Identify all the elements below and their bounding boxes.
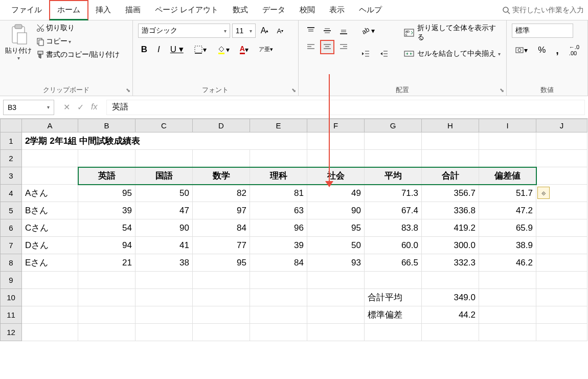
table-header[interactable]: 偏差値 <box>479 167 536 185</box>
tab-formulas[interactable]: 数式 <box>225 1 255 19</box>
font-name-combo[interactable]: 游ゴシック ▾ <box>138 24 230 38</box>
cell[interactable]: 95 <box>307 219 365 237</box>
percent-button[interactable]: % <box>535 43 549 57</box>
cell[interactable]: 81 <box>250 185 307 202</box>
increase-indent-button[interactable] <box>376 47 392 60</box>
cell[interactable]: 60.0 <box>365 237 422 254</box>
row-header[interactable]: 11 <box>1 306 22 324</box>
fx-button[interactable]: fx <box>91 102 97 112</box>
cell[interactable]: 47 <box>135 202 193 219</box>
cell[interactable]: 41 <box>135 237 193 254</box>
table-header[interactable]: 平均 <box>365 167 422 185</box>
cell[interactable]: 419.2 <box>422 219 479 237</box>
cell[interactable]: 21 <box>78 254 135 272</box>
summary-label[interactable]: 合計平均 <box>365 289 422 306</box>
tell-me-search[interactable]: 実行したい作業を入力 <box>502 6 584 15</box>
align-bottom-button[interactable] <box>336 24 351 38</box>
bold-button[interactable]: B <box>138 42 150 57</box>
underline-button[interactable]: U ▾ <box>167 42 187 57</box>
cell[interactable]: 46.2 <box>479 254 536 272</box>
student-name[interactable]: Cさん <box>22 219 78 237</box>
font-color-button[interactable]: A ▾ <box>237 42 252 56</box>
comma-button[interactable]: , <box>553 42 562 58</box>
row-header[interactable]: 6 <box>1 219 22 237</box>
enter-formula-button[interactable]: ✓ <box>77 102 84 112</box>
name-box[interactable]: B3 ▾ <box>3 100 54 115</box>
cell[interactable]: 94 <box>78 237 135 254</box>
title-cell[interactable]: 2学期 2年1組 中間試験成績表 <box>22 132 307 150</box>
cut-button[interactable]: 切り取り <box>36 24 120 33</box>
tab-pagelayout[interactable]: ページ レイアウト <box>148 1 225 19</box>
furigana-button[interactable]: ア亜 ▾ <box>256 44 276 54</box>
format-painter-button[interactable]: 書式のコピー/貼り付け <box>36 50 120 59</box>
increase-decimal-button[interactable]: ←.0.00 <box>566 42 582 58</box>
summary-value[interactable]: 349.0 <box>422 289 479 306</box>
col-header[interactable]: C <box>135 119 193 132</box>
align-middle-button[interactable] <box>320 24 334 38</box>
cell[interactable]: 39 <box>78 202 135 219</box>
cell[interactable]: 95 <box>193 254 250 272</box>
row-header[interactable]: 3 <box>1 167 22 185</box>
cell[interactable]: 96 <box>250 219 307 237</box>
col-header[interactable]: D <box>193 119 250 132</box>
col-header[interactable]: G <box>365 119 422 132</box>
paste-button[interactable]: 貼り付け ▾ <box>5 24 32 61</box>
row-header[interactable]: 2 <box>1 150 22 167</box>
align-left-button[interactable] <box>304 40 318 54</box>
font-size-combo[interactable]: 11 ▾ <box>232 24 256 38</box>
font-launcher[interactable]: ⬊ <box>291 87 296 94</box>
table-header[interactable]: 合計 <box>422 167 479 185</box>
align-center-button[interactable] <box>320 40 334 54</box>
col-header[interactable]: A <box>22 119 78 132</box>
merge-center-button[interactable]: セルを結合して中央揃え ▾ <box>404 49 502 58</box>
wrap-text-button[interactable]: abc 折り返して全体を表示する <box>404 24 502 42</box>
increase-font-button[interactable]: A▴ <box>258 24 272 37</box>
cell[interactable]: 50 <box>135 185 193 202</box>
tab-draw[interactable]: 描画 <box>118 1 148 19</box>
tab-review[interactable]: 校閲 <box>292 1 322 19</box>
cell[interactable]: 82 <box>193 185 250 202</box>
cell[interactable]: 38.9 <box>479 237 536 254</box>
row-header[interactable]: 1 <box>1 132 22 150</box>
col-header[interactable]: J <box>536 119 587 132</box>
border-button[interactable]: ▾ <box>191 43 210 56</box>
tab-help[interactable]: ヘルプ <box>352 1 389 19</box>
cell[interactable]: 54 <box>78 219 135 237</box>
cell[interactable]: 300.0 <box>422 237 479 254</box>
cell[interactable]: 71.3 <box>365 185 422 202</box>
cell[interactable]: 84 <box>193 219 250 237</box>
cell[interactable]: 90 <box>307 202 365 219</box>
summary-label[interactable]: 標準偏差 <box>365 306 422 324</box>
table-header[interactable]: 社会 <box>307 167 365 185</box>
cell[interactable]: 93 <box>307 254 365 272</box>
cell[interactable]: 90 <box>135 219 193 237</box>
italic-button[interactable]: I <box>154 42 163 57</box>
col-header[interactable]: B <box>78 119 135 132</box>
col-header[interactable]: E <box>250 119 307 132</box>
row-header[interactable]: 7 <box>1 237 22 254</box>
table-header[interactable]: 理科 <box>250 167 307 185</box>
student-name[interactable]: Eさん <box>22 254 78 272</box>
student-name[interactable]: Bさん <box>22 202 78 219</box>
table-header[interactable]: 国語 <box>135 167 193 185</box>
tab-home[interactable]: ホーム <box>49 0 88 20</box>
row-header[interactable]: 8 <box>1 254 22 272</box>
student-name[interactable]: Dさん <box>22 237 78 254</box>
col-header[interactable]: H <box>422 119 479 132</box>
cell[interactable]: 332.3 <box>422 254 479 272</box>
cell[interactable]: 65.9 <box>479 219 536 237</box>
cell[interactable]: 47.2 <box>479 202 536 219</box>
formula-input[interactable]: 英語 <box>106 100 585 115</box>
clipboard-launcher[interactable]: ⬊ <box>126 87 130 94</box>
orientation-button[interactable]: ab ▾ <box>358 24 392 38</box>
table-header[interactable]: 数学 <box>193 167 250 185</box>
align-right-button[interactable] <box>336 40 351 54</box>
alignment-launcher[interactable]: ⬊ <box>500 87 504 94</box>
tab-data[interactable]: データ <box>255 1 292 19</box>
worksheet-grid[interactable]: A B C D E F G H I J 1 2学期 2年1組 中間試験成績表 2… <box>0 119 588 341</box>
fill-color-button[interactable]: ▾ <box>214 43 233 56</box>
cell[interactable]: 49 <box>307 185 365 202</box>
cell[interactable]: 84 <box>250 254 307 272</box>
row-header[interactable]: 4 <box>1 185 22 202</box>
cell[interactable]: 97 <box>193 202 250 219</box>
